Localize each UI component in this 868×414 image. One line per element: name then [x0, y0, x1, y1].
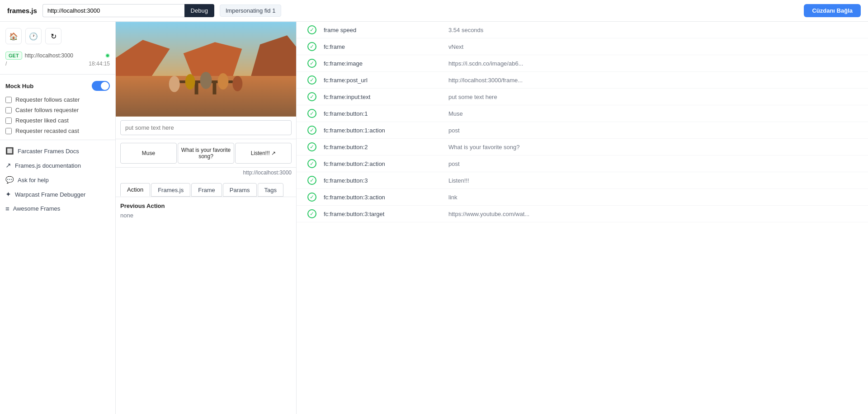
sidebar-checkbox-cb3[interactable]: Requester liked cast	[0, 115, 115, 126]
sidebar-checkbox-cb2[interactable]: Caster follows requester	[0, 105, 115, 115]
check-row-5: ✓fc:frame:button:1Muse	[297, 105, 868, 122]
svg-point-8	[169, 76, 180, 92]
farcaster-docs-icon: 🔲	[5, 147, 14, 155]
check-value-1: vNext	[448, 43, 857, 50]
tabs-area: ActionFrames.jsFrameParamsTags	[116, 179, 296, 197]
tab-content: Previous Action none	[116, 197, 296, 224]
frame-url-row: http://localhost:3000	[116, 168, 296, 179]
framesjs-docs-icon: ↗	[5, 161, 11, 169]
svg-point-11	[217, 73, 228, 89]
url-input-wrap: Debug	[42, 4, 214, 17]
check-value-10: link	[448, 194, 857, 201]
sidebar-time: 18:44:15	[89, 61, 110, 67]
sidebar-item-framesjs-docs[interactable]: ↗Frames.js documentation	[0, 158, 115, 173]
check-row-9: ✓fc:frame:button:3Listen!!!	[297, 172, 868, 189]
check-value-5: Muse	[448, 110, 857, 117]
mock-hub-row: Mock Hub	[0, 77, 115, 94]
url-status-row: GET http://localhost:3000	[0, 50, 115, 61]
debug-button[interactable]: Debug	[184, 4, 214, 17]
tab-tags[interactable]: Tags	[258, 183, 283, 197]
check-row-11: ✓fc:frame:button:3:targethttps://www.you…	[297, 206, 868, 222]
check-key-7: fc:frame:button:2	[324, 144, 441, 151]
frame-buttons-row: MuseWhat is your favorite song?Listen!!!…	[116, 139, 296, 168]
check-value-0: 3.54 seconds	[448, 27, 857, 33]
check-key-1: fc:frame	[324, 43, 441, 50]
check-icon-0: ✓	[307, 25, 316, 34]
toggle-knob	[101, 82, 109, 90]
svg-point-10	[200, 72, 212, 89]
check-row-4: ✓fc:frame:input:textput some text here	[297, 89, 868, 105]
check-row-7: ✓fc:frame:button:2What is your favorite …	[297, 139, 868, 155]
history-button[interactable]: 🕐	[25, 28, 42, 44]
sidebar-item-ask-help[interactable]: 💬Ask for help	[0, 173, 115, 187]
sidebar-path-row: / 18:44:15	[0, 61, 115, 71]
framesjs-docs-label: Frames.js documentation	[15, 162, 81, 169]
tab-frame[interactable]: Frame	[191, 183, 222, 197]
check-value-6: post	[448, 127, 857, 134]
url-input[interactable]	[42, 4, 184, 17]
checkbox-input-cb3[interactable]	[5, 118, 12, 124]
tab-framesjs[interactable]: Frames.js	[151, 183, 190, 197]
mock-hub-toggle[interactable]	[92, 81, 110, 91]
frame-button-btn1[interactable]: Muse	[120, 143, 177, 164]
frame-button-btn2[interactable]: What is your favorite song?	[178, 143, 234, 164]
check-key-9: fc:frame:button:3	[324, 177, 441, 184]
sidebar-toolbar: 🏠 🕐 ↻	[0, 26, 115, 50]
sidebar-url: http://localhost:3000	[25, 52, 103, 59]
connect-wallet-button[interactable]: Cüzdanı Bağla	[804, 4, 861, 17]
svg-point-12	[232, 76, 242, 91]
sidebar-path: /	[5, 61, 7, 67]
sidebar-divider	[0, 74, 115, 75]
sidebar-checkbox-cb4[interactable]: Requester recasted cast	[0, 126, 115, 136]
refresh-button[interactable]: ↻	[45, 28, 61, 44]
sidebar-item-warpcast-debugger[interactable]: ✦Warpcast Frame Debugger	[0, 187, 115, 202]
tab-action[interactable]: Action	[120, 183, 150, 197]
main-content: MuseWhat is your favorite song?Listen!!!…	[116, 22, 868, 414]
status-dot	[105, 53, 110, 58]
check-key-4: fc:frame:input:text	[324, 94, 441, 100]
layout: 🏠 🕐 ↻ GET http://localhost:3000 / 18:44:…	[0, 22, 868, 414]
prev-action-label: Previous Action	[120, 202, 292, 209]
checkbox-label-cb2: Caster follows requester	[15, 107, 79, 113]
check-value-11: https://www.youtube.com/wat...	[448, 211, 857, 217]
checkboxes: Requester follows casterCaster follows r…	[0, 94, 115, 136]
check-value-8: post	[448, 160, 857, 167]
sidebar-item-farcaster-docs[interactable]: 🔲Farcaster Frames Docs	[0, 144, 115, 158]
check-icon-11: ✓	[307, 209, 316, 218]
checkbox-input-cb2[interactable]	[5, 107, 12, 113]
checkbox-input-cb4[interactable]	[5, 128, 12, 134]
check-value-7: What is your favorite song?	[448, 144, 857, 151]
check-row-10: ✓fc:frame:button:3:actionlink	[297, 189, 868, 206]
check-key-2: fc:frame:image	[324, 60, 441, 67]
check-icon-7: ✓	[307, 142, 316, 151]
tab-params[interactable]: Params	[223, 183, 257, 197]
ask-help-icon: 💬	[5, 176, 14, 184]
checkbox-input-cb1[interactable]	[5, 97, 12, 103]
sidebar: 🏠 🕐 ↻ GET http://localhost:3000 / 18:44:…	[0, 22, 116, 414]
svg-rect-6	[195, 83, 198, 94]
warpcast-debugger-icon: ✦	[5, 190, 11, 198]
check-icon-2: ✓	[307, 59, 316, 68]
check-key-11: fc:frame:button:3:target	[324, 211, 441, 217]
check-value-9: Listen!!!	[448, 177, 857, 184]
checkbox-label-cb1: Requester follows caster	[15, 96, 80, 103]
home-button[interactable]: 🏠	[5, 28, 22, 44]
frame-button-btn3[interactable]: Listen!!! ↗	[235, 143, 292, 164]
checks-list: ✓frame speed3.54 seconds✓fc:framevNext✓f…	[297, 22, 868, 222]
check-icon-8: ✓	[307, 159, 316, 168]
frame-text-input[interactable]	[120, 120, 292, 135]
check-key-0: frame speed	[324, 27, 441, 33]
sidebar-item-awesome-frames[interactable]: ≡Awesome Frames	[0, 202, 115, 216]
topbar: frames.js Debug Impersonating fid 1 Cüzd…	[0, 0, 868, 22]
text-input-row	[116, 117, 296, 139]
frame-image	[116, 22, 296, 117]
impersonating-badge: Impersonating fid 1	[220, 5, 282, 17]
check-row-3: ✓fc:frame:post_urlhttp://localhost:3000/…	[297, 72, 868, 89]
check-value-4: put some text here	[448, 94, 857, 100]
ask-help-label: Ask for help	[18, 177, 49, 183]
check-row-8: ✓fc:frame:button:2:actionpost	[297, 155, 868, 172]
awesome-frames-label: Awesome Frames	[13, 205, 61, 212]
check-icon-4: ✓	[307, 92, 316, 101]
prev-action-value: none	[120, 212, 292, 219]
sidebar-checkbox-cb1[interactable]: Requester follows caster	[0, 94, 115, 105]
